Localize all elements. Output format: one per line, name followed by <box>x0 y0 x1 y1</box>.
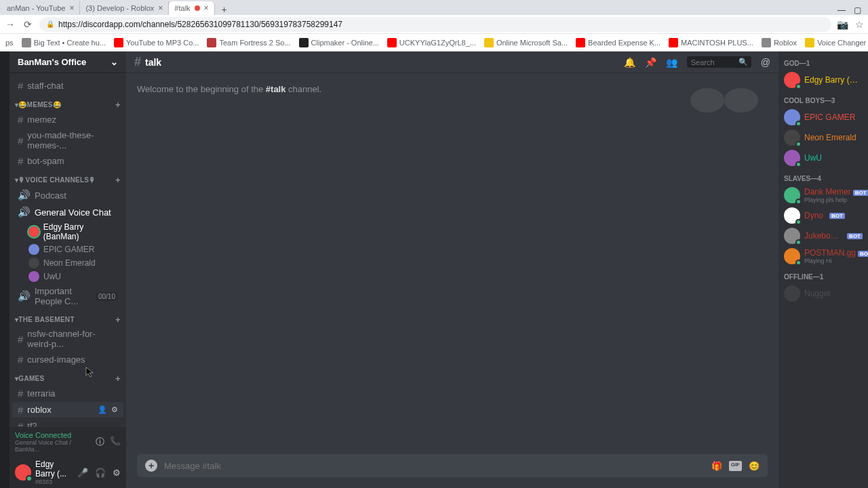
member-item[interactable]: Edgy Barry (BanMa <box>784 70 863 90</box>
bookmark[interactable]: YouTube to MP3 Co... <box>114 38 199 47</box>
member-item[interactable]: UwU <box>784 148 863 168</box>
gif-icon[interactable]: GIF <box>729 461 742 471</box>
bookmark[interactable]: Clipmaker - Online... <box>299 38 379 47</box>
channel-text-hover[interactable]: #roblox👤⚙ <box>12 402 123 418</box>
voice-user[interactable]: EPIC GAMER <box>9 243 126 256</box>
role-header: GOD—1 <box>784 60 863 67</box>
bookmark[interactable]: ps <box>5 39 14 47</box>
bookmark[interactable]: MACINTOSH PLUS... <box>669 38 753 47</box>
channel-header: # talk 🔔 📌 👥 🔍 @ <box>126 52 778 73</box>
add-channel-icon[interactable]: + <box>115 314 121 325</box>
category-header[interactable]: ▾ 😂MEMES😂+ <box>9 94 126 111</box>
voice-status-panel: Voice Connected General Voice Chat / Ban… <box>9 427 126 457</box>
channel-voice[interactable]: 🔊Podcast <box>12 187 123 203</box>
browser-tab[interactable]: anMan - YouTube × <box>1 1 80 15</box>
bookmark[interactable]: Team Fortress 2 So... <box>207 38 290 47</box>
message-area: Welcome to the beginning of the #talk ch… <box>126 73 778 447</box>
new-tab-button[interactable]: + <box>215 4 234 15</box>
channel-text[interactable]: #nsfw-channel-for-weird-p... <box>12 327 123 351</box>
channel-voice-active[interactable]: 🔊General Voice Chat <box>12 204 123 220</box>
invite-icon[interactable]: 👤 <box>98 405 107 414</box>
member-item[interactable]: POSTMAN.ggBOTPlaying Hi <box>784 246 863 266</box>
bookmark[interactable]: Bearded Expense K... <box>576 38 660 47</box>
close-icon[interactable]: × <box>158 3 163 13</box>
svg-point-0 <box>690 88 724 113</box>
member-item[interactable]: Dank MemerBOTPlaying pls help <box>784 185 863 205</box>
bookmark[interactable]: Roblox <box>762 38 797 47</box>
message-input[interactable]: + 🎁 GIF 😊 <box>137 454 768 477</box>
channel-text[interactable]: #bot-spam <box>12 153 123 169</box>
bookmark[interactable]: Online Microsoft Sa... <box>484 38 568 47</box>
search-icon: 🔍 <box>738 58 748 66</box>
member-item[interactable]: Neon Emerald <box>784 127 863 148</box>
members-icon[interactable]: 👥 <box>666 57 677 68</box>
welcome-text: Welcome to the beginning of the #talk ch… <box>137 84 321 94</box>
server-header[interactable]: BanMan's Office ⌄ <box>9 52 126 73</box>
close-icon[interactable]: × <box>204 3 209 13</box>
info-icon[interactable]: ⓘ <box>96 436 104 448</box>
mute-icon[interactable]: 🎤 <box>77 468 88 478</box>
chat-main: # talk 🔔 📌 👥 🔍 @ Welcome to the beginnin… <box>126 52 778 488</box>
camera-icon[interactable]: 📷 <box>837 19 848 30</box>
channel-voice[interactable]: 🔊Important People C...00/10 <box>12 284 123 308</box>
search-input[interactable]: 🔍 <box>687 56 751 68</box>
gift-icon[interactable]: 🎁 <box>711 461 722 471</box>
member-list: GOD—1 Edgy Barry (BanMa COOL BOYS—3 EPIC… <box>778 52 868 488</box>
attach-icon[interactable]: + <box>145 460 157 472</box>
maximize-icon[interactable]: ▢ <box>854 5 861 15</box>
member-item[interactable]: Jukebox_botBOT <box>784 226 863 246</box>
wumpus-icon <box>684 80 765 114</box>
bell-icon[interactable]: 🔔 <box>624 57 635 68</box>
voice-channel-label: General Voice Chat / BanMa... <box>15 439 96 453</box>
bookmark[interactable]: Big Text • Create hu... <box>22 38 106 47</box>
channel-text[interactable]: #memez <box>12 112 123 127</box>
channel-text[interactable]: #terraria <box>12 386 123 401</box>
member-item[interactable]: Nugget <box>784 283 863 304</box>
deafen-icon[interactable]: 🎧 <box>95 468 106 478</box>
disconnect-icon[interactable]: 📞 <box>110 436 121 448</box>
channel-text[interactable]: #staff-chat <box>12 78 123 94</box>
chevron-down-icon: ⌄ <box>111 57 118 67</box>
browser-tab[interactable]: (3) Develop - Roblox × <box>80 1 169 15</box>
user-panel: Edgy Barry (... #8383 🎤 🎧 ⚙ <box>9 457 126 488</box>
add-channel-icon[interactable]: + <box>115 175 121 185</box>
voice-user[interactable]: Edgy Barry (BanMan) <box>9 221 126 243</box>
pin-icon[interactable]: 📌 <box>645 57 656 68</box>
category-header[interactable]: ▾ GAMES+ <box>9 368 126 385</box>
channel-text[interactable]: #cursed-images <box>12 352 123 367</box>
message-textbox[interactable] <box>164 461 705 471</box>
avatar[interactable] <box>15 464 31 481</box>
bookmark[interactable]: Voice Changer - On... <box>805 38 868 47</box>
url-input[interactable]: 🔒 https://discordapp.com/channels/528265… <box>39 17 831 32</box>
emoji-icon[interactable]: 😊 <box>749 461 760 471</box>
channel-title: talk <box>145 57 161 68</box>
category-header[interactable]: ▾ THE BASEMENT+ <box>9 309 126 326</box>
server-list[interactable] <box>0 52 9 488</box>
channel-text[interactable]: #tf2 <box>12 418 123 427</box>
settings-icon[interactable]: ⚙ <box>113 468 121 478</box>
bookmark[interactable]: UCKYYlaG1ZyQrL8_... <box>387 38 476 47</box>
username-label: Edgy Barry (... <box>35 460 66 479</box>
browser-tab-active[interactable]: #talk × <box>169 1 214 15</box>
channel-sidebar: BanMan's Office ⌄ #staff-chat ▾ 😂MEMES😂+… <box>9 52 126 488</box>
member-item[interactable]: DynoBOT <box>784 205 863 226</box>
at-icon[interactable]: @ <box>761 57 770 68</box>
role-header: OFFLINE—1 <box>784 273 863 281</box>
gear-icon[interactable]: ⚙ <box>111 405 118 414</box>
star-icon[interactable]: ☆ <box>855 19 864 30</box>
category-header[interactable]: ▾ 🎙VOICE CHANNELS🎙+ <box>9 169 126 186</box>
forward-icon[interactable]: → <box>4 19 16 30</box>
close-icon[interactable]: × <box>69 3 74 13</box>
voice-user[interactable]: Neon Emerald <box>9 256 126 270</box>
reload-icon[interactable]: ⟳ <box>22 19 34 30</box>
channel-text[interactable]: #you-made-these-memes-... <box>12 128 123 152</box>
browser-tab-strip: anMan - YouTube × (3) Develop - Roblox ×… <box>0 0 868 15</box>
voice-user[interactable]: UwU <box>9 270 126 283</box>
member-item[interactable]: EPIC GAMER <box>784 107 863 127</box>
add-channel-icon[interactable]: + <box>115 373 121 384</box>
svg-point-1 <box>724 88 758 113</box>
role-header: COOL BOYS—3 <box>784 97 863 104</box>
recording-icon <box>195 5 200 11</box>
minimize-icon[interactable]: — <box>837 5 846 15</box>
add-channel-icon[interactable]: + <box>115 100 121 110</box>
